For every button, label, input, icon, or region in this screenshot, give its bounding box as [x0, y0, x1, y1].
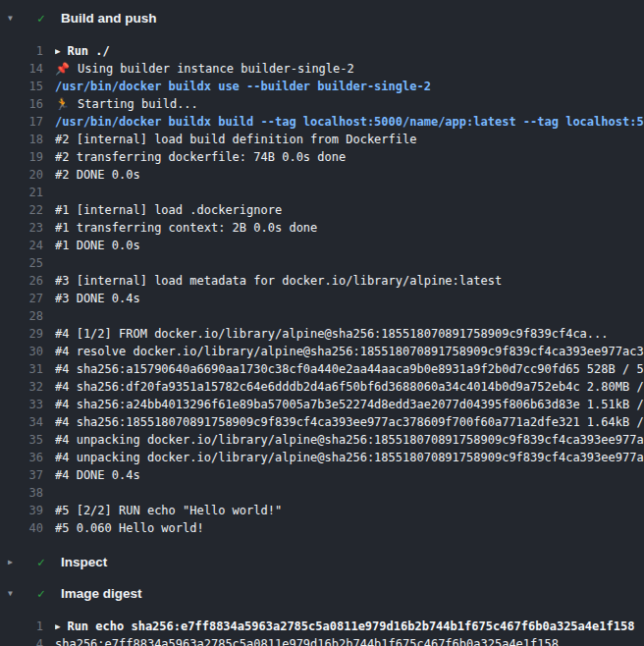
line-number[interactable]: 25 [0, 254, 43, 272]
line-number[interactable]: 33 [0, 396, 43, 413]
line-number[interactable]: 30 [0, 343, 43, 360]
line-number[interactable]: 27 [0, 290, 43, 307]
line-number[interactable]: 40 [0, 519, 43, 537]
line-text-content: #4 sha256:a24bb4013296f61e89ba57005a7b3e… [55, 396, 644, 413]
log-line: 35#4 unpacking docker.io/library/alpine@… [0, 431, 644, 449]
section-header-image-digest[interactable]: ▼✓Image digest [0, 576, 644, 608]
log-line: 28 [0, 307, 644, 325]
line-number[interactable]: 36 [0, 449, 43, 466]
log-line: 32#4 sha256:df20fa9351a15782c64e6dddb2d4… [0, 378, 644, 396]
log-line: 23#1 transferring context: 2B 0.0s done [0, 219, 644, 237]
line-number[interactable]: 22 [0, 201, 43, 219]
line-number[interactable]: 35 [0, 431, 43, 449]
log-lines: 1▶Run echo sha256:e7ff8834a5963a2785c5a0… [0, 608, 644, 646]
log-line: 4sha256:e7ff8834a5963a2785c5a0811e979d16… [0, 635, 644, 646]
line-text: 📌Using builder instance builder-single-2 [55, 60, 644, 78]
line-text-content: /usr/bin/docker buildx build --tag local… [55, 113, 644, 131]
line-text: #4 sha256:a15790640a6690aa1730c38cf0a440… [55, 360, 644, 378]
log-line: 39#5 [2/2] RUN echo "Hello world!" [0, 502, 644, 519]
line-text: #1 transferring context: 2B 0.0s done [55, 219, 644, 237]
section-title: Inspect [61, 554, 107, 571]
line-text: #4 [1/2] FROM docker.io/library/alpine@s… [55, 325, 644, 343]
log-line: 1▶Run ./ [0, 42, 644, 60]
line-number[interactable]: 18 [0, 131, 43, 148]
line-text [55, 254, 644, 272]
line-number[interactable]: 32 [0, 378, 43, 396]
line-number[interactable]: 4 [0, 635, 43, 646]
line-number[interactable]: 20 [0, 166, 43, 184]
line-text-content: #3 [internal] load metadata for docker.i… [55, 272, 502, 290]
line-text: #3 [internal] load metadata for docker.i… [55, 272, 644, 290]
line-number[interactable]: 15 [0, 78, 43, 95]
line-number[interactable]: 34 [0, 413, 43, 431]
line-text: #3 DONE 0.4s [55, 290, 644, 307]
line-number[interactable]: 26 [0, 272, 43, 290]
line-text-content: #2 [internal] load build definition from… [55, 131, 416, 148]
log-line: 16🏃Starting build... [0, 95, 644, 113]
line-text-content: #4 DONE 0.4s [55, 466, 140, 484]
line-number[interactable]: 1 [0, 618, 43, 635]
log-line: 29#4 [1/2] FROM docker.io/library/alpine… [0, 325, 644, 343]
line-text: #4 sha256:df20fa9351a15782c64e6dddb2d4a6… [55, 378, 644, 396]
line-text: #2 transferring dockerfile: 74B 0.0s don… [55, 148, 644, 166]
line-text [55, 484, 644, 502]
line-number[interactable]: 23 [0, 219, 43, 237]
line-text-content: #4 sha256:185518070891758909c9f839cf4ca3… [55, 413, 644, 431]
line-text-content: #2 transferring dockerfile: 74B 0.0s don… [55, 148, 346, 166]
log-line: 33#4 sha256:a24bb4013296f61e89ba57005a7b… [0, 396, 644, 413]
log-line: 22#1 [internal] load .dockerignore [0, 201, 644, 219]
line-number[interactable]: 29 [0, 325, 43, 343]
log-section-inspect: ▶✓Inspect [0, 545, 644, 576]
line-number[interactable]: 38 [0, 484, 43, 502]
log-line: 36#4 unpacking docker.io/library/alpine@… [0, 449, 644, 466]
log-section-image-digest: ▼✓Image digest1▶Run echo sha256:e7ff8834… [0, 576, 644, 646]
line-text: sha256:e7ff8834a5963a2785c5a0811e979d16b… [55, 635, 644, 646]
line-number[interactable]: 14 [0, 60, 43, 78]
line-number[interactable]: 37 [0, 466, 43, 484]
log-line: 19#2 transferring dockerfile: 74B 0.0s d… [0, 148, 644, 166]
line-text [55, 184, 644, 201]
line-number[interactable]: 17 [0, 113, 43, 131]
section-header-inspect[interactable]: ▶✓Inspect [0, 545, 644, 576]
line-text-content: Using builder instance builder-single-2 [78, 60, 354, 78]
line-number[interactable]: 19 [0, 148, 43, 166]
line-text: /usr/bin/docker buildx use --builder bui… [55, 78, 644, 95]
line-number[interactable]: 31 [0, 360, 43, 378]
line-number[interactable]: 16 [0, 95, 43, 113]
line-text: #1 DONE 0.0s [55, 237, 644, 254]
line-text: 🏃Starting build... [55, 95, 644, 113]
check-icon: ✓ [33, 554, 49, 571]
line-number[interactable]: 24 [0, 237, 43, 254]
line-text-content: #5 [2/2] RUN echo "Hello world!" [55, 502, 282, 519]
section-header-build-and-push[interactable]: ▼✓Build and push [0, 0, 644, 32]
log-line: 18#2 [internal] load build definition fr… [0, 131, 644, 148]
log-line: 14📌Using builder instance builder-single… [0, 60, 644, 78]
line-number[interactable]: 28 [0, 307, 43, 325]
line-text-content: Run ./ [67, 42, 109, 60]
log-line: 15/usr/bin/docker buildx use --builder b… [0, 78, 644, 95]
line-text: #5 [2/2] RUN echo "Hello world!" [55, 502, 644, 519]
line-text: #2 DONE 0.0s [55, 166, 644, 184]
line-text[interactable]: ▶Run echo sha256:e7ff8834a5963a2785c5a08… [55, 618, 644, 635]
line-text[interactable]: ▶Run ./ [55, 42, 644, 60]
chevron-down-icon: ▼ [8, 10, 18, 27]
line-number[interactable]: 1 [0, 42, 43, 60]
log-line: 37#4 DONE 0.4s [0, 466, 644, 484]
log-line: 20#2 DONE 0.0s [0, 166, 644, 184]
section-title: Build and push [61, 10, 157, 27]
log-section-build-and-push: ▼✓Build and push1▶Run ./14📌Using builder… [0, 0, 644, 545]
line-number[interactable]: 21 [0, 184, 43, 201]
line-text: #2 [internal] load build definition from… [55, 131, 644, 148]
line-text: /usr/bin/docker buildx build --tag local… [55, 113, 644, 131]
chevron-down-icon: ▼ [8, 585, 18, 603]
line-text-content: sha256:e7ff8834a5963a2785c5a0811e979d16b… [55, 635, 559, 646]
line-number[interactable]: 39 [0, 502, 43, 519]
line-text: #4 unpacking docker.io/library/alpine@sh… [55, 431, 644, 449]
log-line: 27#3 DONE 0.4s [0, 290, 644, 307]
log-line: 26#3 [internal] load metadata for docker… [0, 272, 644, 290]
line-text-content: #1 DONE 0.0s [55, 237, 140, 254]
log-line: 25 [0, 254, 644, 272]
log-line: 40#5 0.060 Hello world! [0, 519, 644, 537]
log-line: 34#4 sha256:185518070891758909c9f839cf4c… [0, 413, 644, 431]
line-text-content: #1 [internal] load .dockerignore [55, 201, 282, 219]
